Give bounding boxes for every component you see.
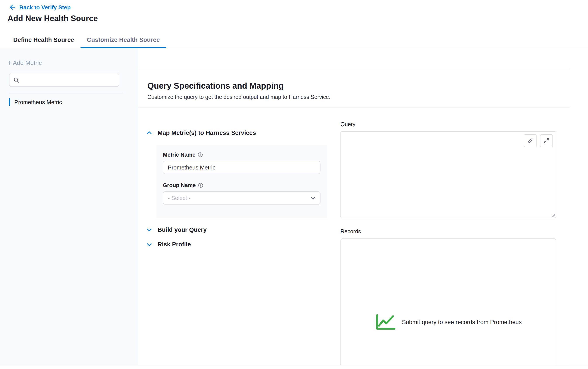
chevron-down-icon xyxy=(147,242,152,247)
chevron-down-icon xyxy=(311,196,315,201)
health-source-tabbar: Define Health Source Customize Health So… xyxy=(0,32,588,48)
accordion-risk-profile-label: Risk Profile xyxy=(158,241,191,248)
metric-item-label: Prometheus Metric xyxy=(14,99,62,105)
tab-define-health-source[interactable]: Define Health Source xyxy=(7,32,81,48)
plus-icon: + xyxy=(8,60,12,66)
card-subtitle: Customize the query to get the desired o… xyxy=(147,94,560,100)
query-textarea[interactable] xyxy=(340,131,556,218)
info-icon[interactable] xyxy=(198,152,203,157)
edit-query-button[interactable] xyxy=(524,134,536,147)
tab-customize-health-source[interactable]: Customize Health Source xyxy=(81,32,166,48)
expand-query-button[interactable] xyxy=(540,134,553,147)
accordion-build-query[interactable]: Build your Query xyxy=(147,226,327,234)
add-health-source-page: Back to Verify Step Add New Health Sourc… xyxy=(0,0,588,369)
add-metric-button[interactable]: + Add Metric xyxy=(8,60,138,66)
page-title: Add New Health Source xyxy=(8,14,588,23)
expand-icon xyxy=(544,138,550,144)
main-panel: Query Specifications and Mapping Customi… xyxy=(138,48,588,365)
metric-list-item-prometheus[interactable]: Prometheus Metric xyxy=(9,97,138,107)
metric-name-input[interactable] xyxy=(163,161,321,174)
query-label: Query xyxy=(340,121,556,127)
selected-indicator xyxy=(9,98,10,106)
card-title: Query Specifications and Mapping xyxy=(147,81,560,91)
page-header: Back to Verify Step Add New Health Sourc… xyxy=(0,0,588,48)
chevron-down-icon xyxy=(147,227,152,232)
chevron-up-icon xyxy=(147,130,152,136)
accordion-map-metrics[interactable]: Map Metric(s) to Harness Services xyxy=(147,129,327,137)
back-arrow-icon[interactable] xyxy=(9,4,16,10)
accordion-risk-profile[interactable]: Risk Profile xyxy=(147,240,327,249)
metric-mapping-form: Metric Name xyxy=(156,145,327,218)
group-name-label: Group Name xyxy=(163,182,196,189)
metric-name-label: Metric Name xyxy=(163,152,195,158)
metric-search-box xyxy=(9,73,119,87)
search-icon xyxy=(13,77,19,83)
records-panel: Submit query to see records from Prometh… xyxy=(340,238,556,365)
back-to-verify-step-link[interactable]: Back to Verify Step xyxy=(19,4,70,10)
metric-search-input[interactable] xyxy=(22,76,115,83)
add-metric-label: Add Metric xyxy=(13,60,42,66)
metrics-sidebar: + Add Metric Prometheus Metric xyxy=(0,48,138,365)
info-icon[interactable] xyxy=(198,183,203,188)
records-empty-message: Submit query to see records from Prometh… xyxy=(402,319,522,325)
records-label: Records xyxy=(340,228,556,234)
footer-strip xyxy=(0,365,588,369)
resize-grip[interactable] xyxy=(550,212,555,217)
mapping-column: Map Metric(s) to Harness Services Metric… xyxy=(147,121,327,365)
group-name-placeholder: - Select - xyxy=(168,195,190,201)
group-name-select[interactable]: - Select - xyxy=(163,191,321,205)
sidebar-divider xyxy=(9,94,124,94)
content-area: + Add Metric Prometheus Metric xyxy=(0,48,588,365)
pencil-icon xyxy=(527,138,533,144)
accordion-build-query-label: Build your Query xyxy=(158,227,207,233)
line-chart-icon xyxy=(375,314,396,330)
accordion-map-metrics-label: Map Metric(s) to Harness Services xyxy=(158,130,256,136)
query-column: Query xyxy=(340,121,556,365)
query-spec-card: Query Specifications and Mapping Customi… xyxy=(138,69,569,365)
